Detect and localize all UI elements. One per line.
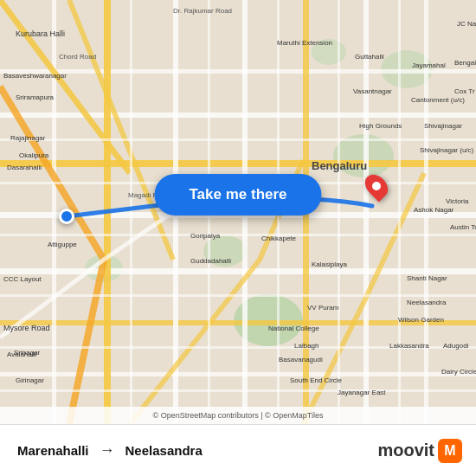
svg-rect-31	[398, 0, 401, 424]
svg-rect-20	[52, 0, 56, 424]
svg-text:VV Puram: VV Puram	[307, 304, 339, 312]
svg-rect-13	[0, 69, 476, 74]
svg-rect-11	[0, 113, 476, 118]
svg-text:Cox Tr: Cox Tr	[454, 87, 475, 95]
svg-rect-27	[130, 0, 132, 424]
moovit-branding: moovit M	[377, 439, 462, 463]
destination-marker	[367, 173, 386, 199]
svg-rect-18	[363, 0, 369, 424]
svg-text:Guttahalli: Guttahalli	[355, 53, 384, 61]
svg-rect-30	[338, 0, 340, 424]
svg-text:Jayamahal: Jayamahal	[412, 61, 446, 69]
svg-text:Goripalya: Goripalya	[190, 232, 221, 240]
svg-text:Basaveshwaranagar: Basaveshwaranagar	[3, 72, 67, 80]
svg-text:Dairy Circle: Dairy Circle	[441, 368, 476, 376]
svg-text:Attiguppe: Attiguppe	[48, 241, 77, 248]
svg-rect-23	[0, 234, 476, 236]
svg-text:Mysore Road: Mysore Road	[3, 324, 50, 332]
svg-text:CCC Layout: CCC Layout	[3, 275, 42, 283]
svg-text:Adugodi: Adugodi	[443, 342, 469, 350]
map-container: Kurubara Halli Basaveshwaranagar Srirama…	[0, 0, 476, 424]
svg-rect-24	[0, 294, 476, 297]
svg-text:Victoria: Victoria	[446, 197, 469, 205]
svg-text:Bengaluru: Bengaluru	[312, 159, 367, 172]
svg-text:Kurubara Halli: Kurubara Halli	[16, 29, 65, 38]
attribution-text: © OpenStreetMap contributors | © OpenMap…	[153, 411, 324, 420]
map-attribution: © OpenStreetMap contributors | © OpenMap…	[0, 407, 476, 424]
svg-rect-21	[0, 138, 476, 141]
route-origin: Marenahalli	[17, 443, 89, 458]
svg-text:Dasarahalli: Dasarahalli	[7, 164, 42, 171]
svg-text:Rajajinagar: Rajajinagar	[10, 134, 46, 142]
svg-text:Avalahalli: Avalahalli	[7, 351, 36, 358]
svg-text:Basavanagudi: Basavanagudi	[279, 356, 323, 363]
svg-text:JC Nagar: JC Nagar	[457, 20, 476, 28]
svg-text:Bengaluru E: Bengaluru E	[454, 59, 476, 67]
svg-text:Wilson Garden: Wilson Garden	[398, 316, 444, 324]
svg-text:Sriramapura: Sriramapura	[16, 93, 55, 101]
svg-rect-7	[0, 160, 476, 167]
svg-text:Shivajinagar: Shivajinagar	[424, 122, 462, 130]
route-destination: Neelasandra	[125, 443, 203, 458]
svg-text:Ashok Nagar: Ashok Nagar	[414, 206, 454, 214]
svg-text:Neelasandra: Neelasandra	[407, 299, 447, 306]
svg-rect-9	[0, 268, 476, 274]
svg-rect-12	[0, 372, 476, 376]
route-arrow-icon: →	[100, 441, 115, 460]
svg-text:National College: National College	[268, 325, 319, 332]
svg-text:Dr. Rajkumar Road: Dr. Rajkumar Road	[173, 7, 232, 15]
bottom-bar: Marenahalli → Neelasandra moovit M	[0, 424, 476, 476]
svg-text:Jayanagar East: Jayanagar East	[338, 389, 386, 396]
svg-text:Vasantnagar: Vasantnagar	[353, 87, 392, 95]
svg-text:Shivajinagar (u/c): Shivajinagar (u/c)	[420, 146, 474, 154]
svg-text:Lakkasandra: Lakkasandra	[389, 342, 429, 350]
moovit-logo-icon: M	[438, 439, 462, 463]
svg-rect-26	[0, 389, 476, 392]
origin-marker	[59, 209, 74, 224]
svg-text:Cantonment (u/c): Cantonment (u/c)	[411, 96, 465, 104]
svg-text:Chord Road: Chord Road	[59, 53, 96, 61]
svg-text:Okalipura: Okalipura	[19, 151, 49, 159]
moovit-text: moovit	[377, 441, 434, 460]
svg-text:Maruthi Extension: Maruthi Extension	[277, 39, 332, 47]
svg-text:Girinagar: Girinagar	[16, 376, 44, 384]
svg-text:Lalbagh: Lalbagh	[294, 342, 318, 350]
svg-text:Austin Town: Austin Town	[450, 223, 476, 231]
take-me-there-button[interactable]: Take me there	[154, 174, 321, 215]
svg-text:Shanti Nagar: Shanti Nagar	[407, 274, 447, 282]
svg-text:Kalasiplaya: Kalasiplaya	[312, 261, 347, 268]
svg-text:Chikkapete: Chikkapete	[261, 235, 297, 242]
svg-text:High Grounds: High Grounds	[359, 122, 402, 130]
svg-text:Guddadahalli: Guddadahalli	[190, 257, 231, 265]
svg-text:South End Circle: South End Circle	[290, 376, 343, 384]
